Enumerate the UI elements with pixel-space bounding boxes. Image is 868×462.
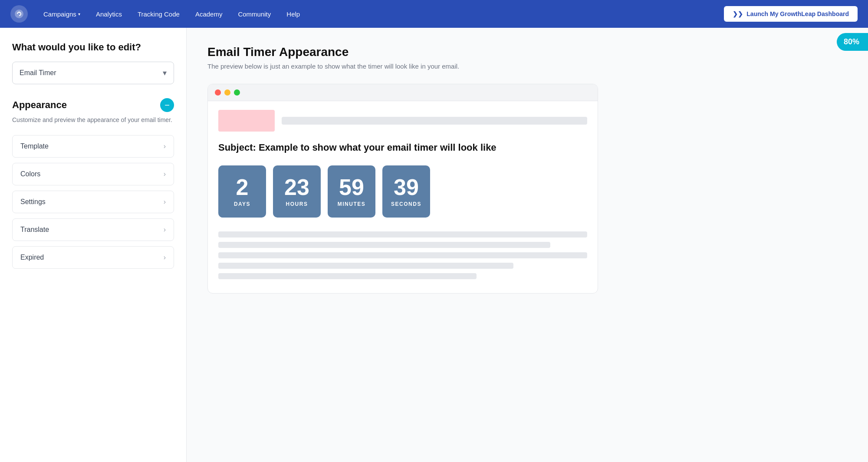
timer-hours: 23 HOURS (273, 165, 321, 218)
progress-badge: 80% (837, 33, 868, 51)
appearance-header: Appearance − (12, 98, 174, 112)
email-body: Subject: Example to show what your email… (208, 101, 598, 293)
nav-tracking[interactable]: Tracking Code (131, 7, 187, 21)
chevron-right-icon: › (164, 198, 166, 206)
menu-item-settings[interactable]: Settings › (12, 191, 174, 213)
menu-item-template-label: Template (20, 142, 49, 150)
appearance-section: Appearance − Customize and preview the a… (12, 98, 174, 269)
text-line (218, 252, 587, 258)
launch-dashboard-button[interactable]: ❯❯ Launch My GrowthLeap Dashboard (724, 6, 858, 22)
menu-item-expired-label: Expired (20, 254, 44, 261)
timer-hours-value: 23 (284, 176, 309, 198)
chevron-right-icon: › (164, 226, 166, 234)
text-line (218, 273, 477, 279)
timer-seconds-value: 39 (394, 176, 419, 198)
chevron-down-icon: ▾ (163, 68, 167, 78)
chevron-right-icon: › (164, 254, 166, 261)
browser-close-dot (215, 89, 221, 96)
nav-help[interactable]: Help (279, 7, 307, 21)
timer-seconds-label: SECONDS (391, 201, 421, 207)
timer-days-label: DAYS (234, 201, 250, 207)
timer-seconds: 39 SECONDS (382, 165, 430, 218)
email-preview: Subject: Example to show what your email… (207, 84, 598, 294)
timer-minutes-value: 59 (339, 176, 364, 198)
nav-analytics[interactable]: Analytics (89, 7, 129, 21)
page-description: The preview below is just an example to … (207, 63, 847, 70)
email-logo-placeholder (218, 110, 275, 132)
chevron-right-icon: › (164, 170, 166, 178)
menu-item-colors[interactable]: Colors › (12, 163, 174, 185)
chevron-right-icon: › (164, 142, 166, 150)
appearance-desc: Customize and preview the appearance of … (12, 116, 174, 125)
timer-row: 2 DAYS 23 HOURS 59 MINUTES 39 (218, 165, 587, 218)
browser-maximize-dot (234, 89, 240, 96)
timer-hours-label: HOURS (286, 201, 308, 207)
page-title: Email Timer Appearance (207, 45, 847, 59)
sidebar-question: What would you like to edit? (12, 42, 174, 53)
appearance-toggle-button[interactable]: − (160, 98, 174, 112)
nav-links: Campaigns ▾ Analytics Tracking Code Acad… (36, 7, 720, 21)
logo (10, 5, 28, 23)
text-line (218, 263, 513, 269)
email-header-area (208, 101, 598, 132)
menu-item-colors-label: Colors (20, 170, 40, 178)
navbar: Campaigns ▾ Analytics Tracking Code Acad… (0, 0, 868, 28)
svg-point-0 (15, 10, 23, 18)
nav-community[interactable]: Community (231, 7, 278, 21)
launch-icon: ❯❯ (733, 10, 743, 17)
menu-item-settings-label: Settings (20, 198, 46, 206)
email-subject-text: Subject: Example to show what your email… (218, 142, 587, 153)
menu-item-translate-label: Translate (20, 226, 49, 234)
svg-point-1 (19, 12, 20, 13)
text-line (218, 242, 550, 248)
text-line (218, 231, 587, 238)
email-content-area: Subject: Example to show what your email… (208, 132, 598, 293)
email-subject-bar (282, 117, 587, 125)
edit-select-dropdown[interactable]: Email Timer ▾ (12, 62, 174, 84)
menu-item-template[interactable]: Template › (12, 135, 174, 158)
nav-academy[interactable]: Academy (188, 7, 230, 21)
menu-item-expired[interactable]: Expired › (12, 246, 174, 269)
timer-minutes: 59 MINUTES (328, 165, 375, 218)
chevron-down-icon: ▾ (78, 12, 80, 16)
sidebar: What would you like to edit? Email Timer… (0, 28, 187, 462)
logo-icon (14, 9, 24, 19)
appearance-title: Appearance (12, 99, 67, 111)
app-layout: What would you like to edit? Email Timer… (0, 28, 868, 462)
browser-bar (208, 84, 598, 101)
browser-minimize-dot (224, 89, 230, 96)
email-text-lines (218, 231, 587, 279)
main-content: 80% Email Timer Appearance The preview b… (187, 28, 868, 462)
nav-campaigns[interactable]: Campaigns ▾ (36, 7, 87, 21)
timer-days-value: 2 (236, 176, 249, 198)
menu-item-translate[interactable]: Translate › (12, 218, 174, 241)
timer-days: 2 DAYS (218, 165, 266, 218)
timer-minutes-label: MINUTES (338, 201, 366, 207)
